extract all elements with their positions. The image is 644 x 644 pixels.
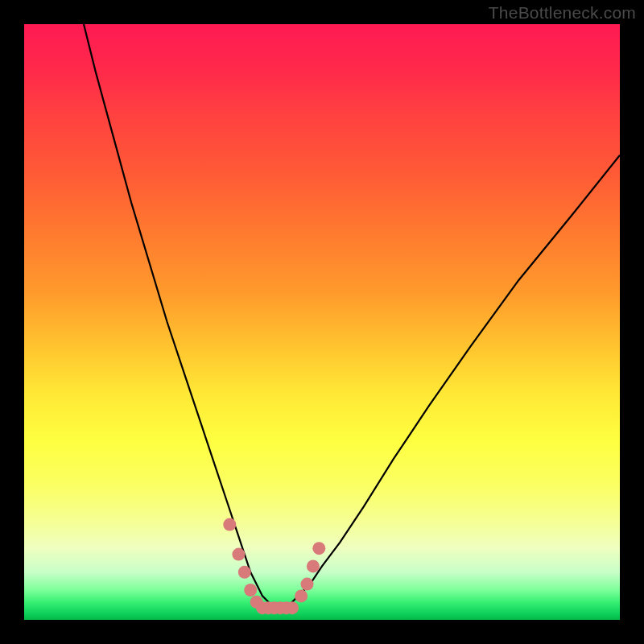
curve-marker [301, 578, 314, 591]
curve-marker [238, 566, 251, 579]
curve-marker [307, 559, 320, 572]
curve-marker [295, 589, 308, 602]
curve-marker [244, 584, 257, 597]
bottleneck-curve-path [84, 24, 620, 608]
plot-area [24, 24, 620, 620]
curve-svg [24, 24, 620, 620]
watermark-text: TheBottleneck.com [489, 3, 636, 23]
curve-marker [232, 548, 245, 561]
curve-markers [223, 518, 325, 615]
chart-frame: TheBottleneck.com [0, 0, 644, 644]
curve-marker [286, 601, 299, 614]
curve-marker [312, 542, 325, 555]
curve-marker [223, 518, 236, 531]
